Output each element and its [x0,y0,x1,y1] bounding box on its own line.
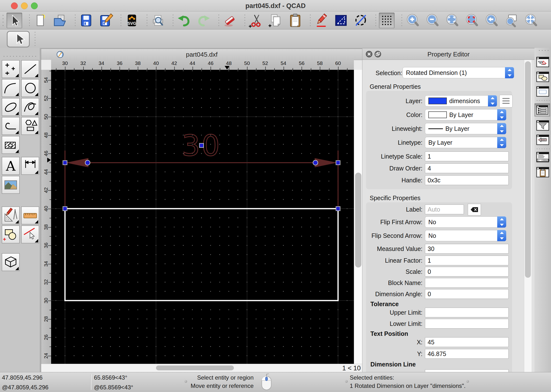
mouse-icon [260,373,273,391]
horizontal-scrollbar[interactable] [41,364,342,372]
copy-button[interactable] [268,13,283,28]
auto-zoom-button[interactable] [444,13,460,28]
tool-palette: A [0,48,40,372]
measured-value-input[interactable] [425,244,509,254]
modify-button[interactable] [313,13,329,28]
layer-list-toggle-button[interactable] [536,56,550,68]
layer-combo[interactable]: dimensions [425,95,497,107]
save-as-button[interactable] [98,13,114,28]
zoom-in-button[interactable] [405,13,421,28]
arc-tool-button[interactable] [2,79,20,97]
toolbar-drag-handle[interactable] [2,14,4,27]
chevron-up-down-icon[interactable] [497,109,506,120]
grid-toggle-button[interactable] [379,13,395,28]
circle-tool-button[interactable] [21,79,39,97]
cut-button[interactable] [248,13,264,28]
save-button[interactable] [78,13,94,28]
view-list-toggle-button[interactable] [536,86,550,97]
line-tool-button[interactable] [21,60,39,78]
dimension-tool-button[interactable] [21,157,39,175]
delete-button[interactable] [222,13,238,28]
linetype-combo[interactable]: By Layer [425,137,506,148]
ruler-label-h: 42 [168,60,180,66]
dimension-angle-input[interactable] [425,289,509,299]
layer-menu-button[interactable] [499,95,513,107]
property-panel-scrollbar[interactable] [524,60,532,372]
clipped-input[interactable] [425,369,509,372]
ruler-tick [329,68,330,70]
box3d-tool-button[interactable] [2,253,20,271]
selection-tools-button[interactable] [333,13,349,28]
command-line-toggle-button[interactable]: c: command [536,151,550,163]
undo-button[interactable] [176,13,192,28]
pan-button[interactable] [523,13,539,28]
modify-line-tool-button[interactable] [21,225,39,243]
shapes-tool-button[interactable] [21,117,39,135]
scale-input[interactable] [425,267,509,276]
draw-order-input[interactable] [425,163,509,173]
points-tool-button[interactable] [2,60,20,78]
grip-defpoint-left [63,207,67,211]
property-panel-scrollbar-thumb[interactable] [525,61,531,278]
library-browser-toggle-button[interactable] [536,134,550,145]
handle-input[interactable] [425,175,509,185]
linetype-scale-input[interactable] [425,151,509,161]
lineweight-combo[interactable]: By Layer [425,123,506,134]
drawing-canvas[interactable]: 30 [51,70,354,364]
chevron-up-down-icon[interactable] [497,123,506,134]
selection-arrow-button[interactable] [7,13,22,28]
layer-combo-value: dimensions [449,98,480,105]
spline-tool-button[interactable] [21,98,39,116]
vertical-scrollbar-thumb[interactable] [355,173,361,267]
vertical-scrollbar[interactable] [354,70,363,364]
print-preview-button[interactable] [150,13,166,28]
backspace-icon[interactable] [468,204,481,215]
flip-first-arrow-combo[interactable]: No [425,216,506,228]
selection-combo[interactable]: Rotated Dimension (1) [403,67,514,78]
ruler-tick [165,68,165,70]
open-file-button[interactable] [52,13,68,28]
chevron-up-down-icon[interactable] [497,137,506,148]
text-x-input[interactable] [425,337,509,347]
clipboard-panel-toggle-button[interactable] [536,167,550,178]
text-tool-button[interactable]: A [2,157,20,175]
linear-factor-input[interactable] [425,256,509,265]
selection-filter-toggle-button[interactable] [536,120,550,131]
paste-button[interactable] [287,13,303,28]
horizontal-scrollbar-thumb[interactable] [156,365,234,370]
label-input[interactable] [425,205,464,214]
image-tool-button[interactable] [2,176,20,194]
property-editor-toggle-button[interactable] [535,104,550,116]
svg-export-button[interactable]: SVG [124,13,140,28]
block-tool-button[interactable] [2,225,20,243]
zoom-out-button[interactable] [425,13,440,28]
flip-second-arrow-combo[interactable]: No [425,230,506,241]
text-y-input[interactable] [425,349,509,359]
polar-absolute: 65.8569<43° [94,374,127,381]
document-titlebar[interactable]: part045.dxf [41,49,362,60]
deselect-all-button[interactable] [353,13,368,28]
zoom-selection-button[interactable] [464,13,480,28]
new-file-button[interactable] [33,13,48,28]
ellipse-tool-button[interactable] [2,98,20,116]
chevron-up-down-icon[interactable] [488,95,497,107]
modify-tools-tool-button[interactable] [2,206,20,224]
redo-button[interactable] [196,13,211,28]
zoom-window-button[interactable] [504,13,519,28]
hatch-tool-button[interactable] [2,136,20,154]
paste-icon [287,13,303,28]
measure-tool-button[interactable] [21,206,39,224]
polyline-tool-button[interactable] [2,117,20,135]
lower-limit-input[interactable] [425,319,509,329]
upper-limit-input[interactable] [425,308,509,317]
block-name-input[interactable] [425,278,509,288]
previous-view-button[interactable] [484,13,499,28]
chevron-up-down-icon[interactable] [505,67,514,78]
chevron-up-down-icon[interactable] [497,230,506,241]
active-selection-tool-button[interactable] [7,31,30,47]
block-list-toggle-button[interactable] [536,71,550,82]
palette-drag-handle[interactable] [2,56,37,57]
sidebar-drag-handle[interactable] [538,50,549,51]
color-combo[interactable]: By Layer [425,109,506,120]
chevron-up-down-icon[interactable] [497,216,506,228]
